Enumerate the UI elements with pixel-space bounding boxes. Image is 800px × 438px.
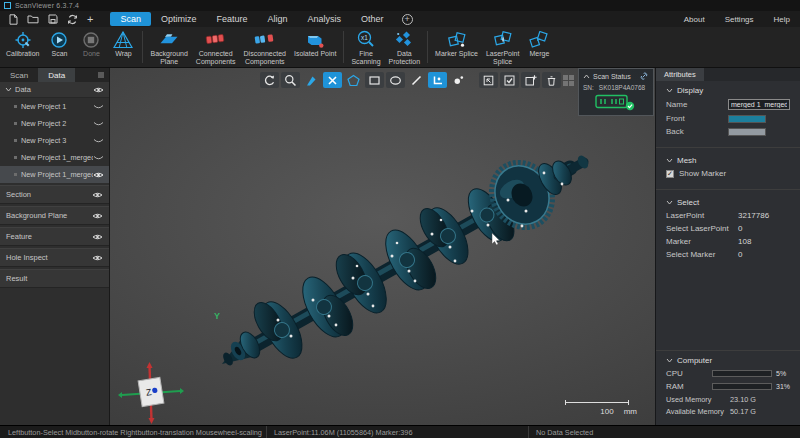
eye-closed-icon[interactable] [93,121,104,127]
chevron-down-icon[interactable] [666,158,673,163]
sidebar-tab-data[interactable]: Data [38,68,75,82]
open-folder-icon[interactable] [27,14,39,24]
help-menu[interactable]: Help [774,15,790,24]
attributes-tab[interactable]: Attributes [656,68,704,81]
wrap-mesh-icon [113,30,133,49]
tree-node-project-merged[interactable]: New Project 1_merged 1 [0,149,109,166]
point-tool-button[interactable] [449,72,468,88]
about-menu[interactable]: About [684,15,705,24]
scan-button[interactable]: Scan [43,27,75,67]
sidebar-tab-scan[interactable]: Scan [0,68,38,82]
delete-data-button[interactable] [542,72,561,88]
add-project-icon[interactable]: + [87,14,93,24]
tree-node-hole-inspect[interactable]: Hole Inspect [0,248,109,267]
mouse-hints: Leftbutton-Select Midbutton-rotate Right… [0,428,266,437]
new-file-icon[interactable] [9,14,18,25]
collapse-chevron-icon[interactable] [583,74,590,79]
data-protection-button[interactable]: Data Protection [385,27,425,67]
tab-align[interactable]: Align [258,12,298,26]
marker-splice-button[interactable]: Marker Splice [431,27,482,67]
eye-open-icon[interactable] [92,212,103,220]
eye-open-icon[interactable] [93,86,104,94]
tree-node-project-2[interactable]: New Project 2 [0,115,109,132]
settings-menu[interactable]: Settings [725,15,754,24]
calibration-button[interactable]: Calibration [2,27,43,67]
sync-icon[interactable] [67,14,78,25]
chevron-down-icon[interactable] [666,200,673,205]
merge-button[interactable]: Merge [523,27,555,67]
isolated-point-button[interactable]: Isolated Point [290,27,340,67]
computer-section: Computer CPU 5% RAM 31% Used Memory 23.1… [656,350,800,425]
tab-optimize[interactable]: Optimize [151,12,207,26]
link-icon[interactable] [639,71,649,81]
eye-open-icon[interactable] [93,171,104,179]
eye-open-icon[interactable] [92,254,103,262]
done-button[interactable]: Done [75,27,107,67]
tree-node-project-merged-selected[interactable]: New Project 1_merged 1 [0,166,109,183]
fine-scanning-icon: x1 [356,30,376,49]
new-selection-button[interactable] [521,72,540,88]
select-laserpoint-count: 0 [738,224,742,233]
used-memory-label: Used Memory [666,395,730,404]
polygon-select-button[interactable] [344,72,363,88]
zoom-button[interactable] [281,72,300,88]
save-selection-button[interactable] [479,72,498,88]
save-icon[interactable] [48,14,58,24]
tree-node-background-plane[interactable]: Background Plane [0,206,109,225]
background-plane-button[interactable]: Background Plane [146,27,191,67]
background-plane-icon [159,30,179,49]
scanviewer-window: ScanViewer 6.3.7.4 + Scan Optimize Featu… [0,0,800,438]
orientation-gizmo[interactable]: Z [118,361,184,425]
eye-closed-icon[interactable] [93,155,104,161]
tree-node-project-3[interactable]: New Project 3 [0,132,109,149]
layout-grid-icon[interactable] [562,74,575,87]
laserpoint-splice-button[interactable]: LaserPoint Splice [482,27,523,67]
tree-node-project-1[interactable]: New Project 1 [0,98,109,115]
front-color-swatch[interactable] [728,115,766,123]
eye-closed-icon[interactable] [93,138,104,144]
coordinate-tool-button[interactable] [428,72,447,88]
scale-unit: mm [624,407,637,416]
tab-scan[interactable]: Scan [110,12,151,26]
rectangle-select-button[interactable] [365,72,384,88]
scale-bar: 100 mm [565,402,637,416]
tree-node-feature[interactable]: Feature [0,227,109,246]
eye-open-icon[interactable] [92,191,103,199]
eye-closed-icon[interactable] [93,104,104,110]
show-marker-checkbox[interactable]: ✓ [666,170,674,178]
chevron-down-icon[interactable] [666,88,673,93]
confirm-selection-button[interactable] [500,72,519,88]
laserpoint-count: 3217786 [738,211,769,220]
ribbon-toolbar: Calibration Scan Done Wrap [0,27,800,68]
back-color-swatch[interactable] [728,128,766,136]
connected-components-button[interactable]: Connected Components [192,27,240,67]
eye-open-icon[interactable] [92,233,103,241]
tab-other[interactable]: Other [351,12,394,26]
lasso-select-button[interactable] [386,72,405,88]
fine-scanning-button[interactable]: x1 Fine Scanning [347,27,384,67]
tree-node-result[interactable]: Result [0,269,109,288]
rotate-view-button[interactable] [260,72,279,88]
laserpoint-splice-icon [493,30,513,49]
pin-icon[interactable] [98,72,104,78]
wrap-button[interactable]: Wrap [107,27,139,67]
tree-node-section[interactable]: Section [0,185,109,204]
line-tool-button[interactable] [407,72,426,88]
attributes-panel: Attributes Display Name Front [655,68,800,425]
disconnected-components-button[interactable]: Disconnected Components [240,27,290,67]
titlebar: ScanViewer 6.3.7.4 [0,0,800,11]
viewport-canvas[interactable]: Scan Status SN: SK018P4A0768 Y [110,68,655,425]
chevron-down-icon[interactable] [5,87,12,92]
chevron-down-icon[interactable] [666,358,673,363]
name-input[interactable] [728,99,790,110]
brush-select-button[interactable] [302,72,321,88]
cpu-meter [712,370,772,377]
tab-feature[interactable]: Feature [206,12,257,26]
available-memory-label: Available Memory [666,407,730,416]
add-tab-icon[interactable]: + [402,14,413,25]
deselect-tool-button[interactable] [323,72,342,88]
scale-value: 100 [600,407,613,416]
scan-play-icon [49,30,69,49]
tree-node-data[interactable]: Data [0,82,109,98]
tab-analysis[interactable]: Analysis [298,12,352,26]
